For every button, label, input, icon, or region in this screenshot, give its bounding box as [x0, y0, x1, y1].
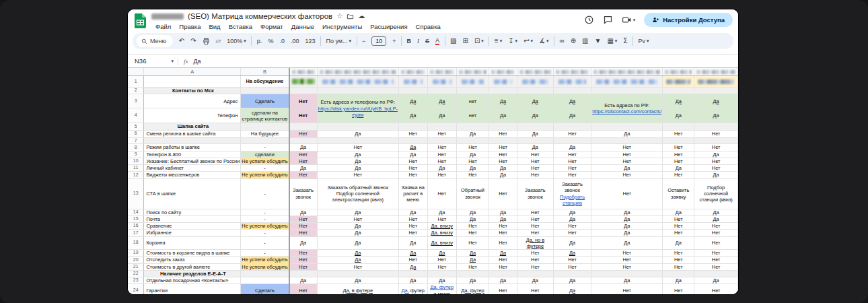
row-header-10[interactable]: 10	[128, 158, 144, 164]
cell[interactable]	[398, 123, 427, 130]
chevron-down-icon[interactable]: ▾	[546, 38, 549, 44]
cell[interactable]: Да	[694, 209, 738, 215]
cell[interactable]: Нет	[694, 165, 738, 172]
row-header-17[interactable]: 17	[128, 230, 144, 236]
cell[interactable]: Да, футер	[398, 284, 427, 294]
cell[interactable]: Нет	[489, 158, 517, 164]
cell[interactable]: Нет	[694, 158, 738, 164]
cell[interactable]: Нет	[553, 223, 591, 230]
cell[interactable]: Да	[694, 108, 738, 123]
cell[interactable]: Нет	[517, 223, 553, 230]
cell[interactable]: Да	[553, 144, 591, 151]
cell-link[interactable]: Подобрать станцию	[560, 194, 585, 206]
column-header-redacted[interactable]	[289, 68, 318, 76]
cell[interactable]: Да	[694, 172, 738, 178]
cell[interactable]: Нет	[553, 257, 591, 263]
cell[interactable]: Нет	[663, 284, 694, 294]
cell[interactable]: Нет	[489, 151, 517, 158]
cell[interactable]: Нет	[427, 144, 456, 151]
cell[interactable]	[591, 123, 663, 130]
cell[interactable]: нет	[457, 94, 489, 108]
cell[interactable]: Да	[694, 151, 738, 158]
doc-title[interactable]: (SEO) Матрица коммерческих факторов	[188, 12, 332, 20]
increase-decimals-button[interactable]: .00	[287, 34, 302, 48]
cell[interactable]: Нет	[591, 144, 663, 151]
print-button[interactable]	[199, 34, 213, 48]
more-button[interactable]: Pv▾	[635, 34, 652, 48]
cell[interactable]: Телефон	[144, 108, 241, 123]
cell[interactable]: Да	[457, 209, 489, 215]
cell[interactable]: Да	[427, 165, 456, 172]
cell[interactable]: Нет	[694, 144, 738, 151]
cell[interactable]: Нет	[489, 223, 517, 230]
cell[interactable]: Нет	[694, 250, 738, 257]
cell[interactable]	[317, 137, 398, 144]
increase-font-size-button[interactable]: +	[390, 34, 399, 48]
cell[interactable]: Отследить заказ	[144, 257, 241, 263]
cell[interactable]: Да	[398, 250, 427, 257]
cell[interactable]: Гарантии	[144, 284, 241, 294]
cell[interactable]: Нет	[427, 130, 456, 137]
cell[interactable]: На обсуждение	[241, 76, 289, 88]
cell[interactable]	[489, 88, 517, 94]
cell[interactable]: Да	[489, 108, 517, 123]
cell[interactable]: Нет	[517, 165, 553, 172]
cell[interactable]: Да	[553, 284, 591, 294]
cell[interactable]	[517, 88, 553, 94]
create-filter-button[interactable]: ▼	[591, 34, 604, 48]
cell[interactable]	[591, 88, 663, 94]
fill-color-button[interactable]: ▨	[447, 34, 460, 48]
cell[interactable]: -	[241, 209, 289, 215]
cell[interactable]: Нет	[457, 158, 489, 164]
cell[interactable]	[427, 88, 456, 94]
cell[interactable]: Да, внизу	[427, 230, 456, 236]
cell[interactable]: Нет	[591, 172, 663, 178]
cell[interactable]	[241, 137, 289, 144]
cell[interactable]: Нет	[289, 257, 318, 263]
cell[interactable]: Да	[398, 108, 427, 123]
cell[interactable]	[553, 123, 591, 130]
column-header-redacted[interactable]	[591, 68, 663, 76]
cell[interactable]: Да	[663, 108, 694, 123]
bold-button[interactable]: B	[404, 34, 414, 48]
cell[interactable]	[663, 137, 694, 144]
text-wrap-button[interactable]: ↩▾	[521, 34, 536, 48]
functions-button[interactable]: Σ	[620, 34, 630, 48]
cell[interactable]: Нет	[489, 144, 517, 151]
cell[interactable]: Нет	[427, 257, 456, 263]
row-header-7[interactable]: 7	[128, 137, 144, 144]
version-history-icon[interactable]	[584, 15, 594, 25]
cell[interactable]	[241, 270, 289, 277]
cell[interactable]: Да	[398, 209, 427, 215]
cell[interactable]: Нет	[489, 230, 517, 236]
cell[interactable]: -	[241, 230, 289, 236]
cell[interactable]: Да	[591, 230, 663, 236]
cell[interactable]: Да	[317, 250, 398, 257]
number-format-button[interactable]: 123	[302, 34, 318, 48]
cell[interactable]	[591, 270, 663, 277]
cell[interactable]: Нет	[517, 172, 553, 178]
cell[interactable]: Нет	[489, 130, 517, 137]
cell[interactable]: Да	[289, 144, 318, 151]
cell[interactable]	[144, 76, 241, 88]
cell-link[interactable]: https://disk.yandex.ru/i/UyKB_hpLP-eyaw	[318, 106, 398, 118]
strikethrough-button[interactable]: S	[423, 34, 433, 48]
cell[interactable]: Нет	[427, 172, 456, 178]
cell[interactable]	[517, 76, 553, 88]
cell[interactable]: Нет	[317, 215, 398, 222]
cell[interactable]	[694, 88, 738, 94]
cell[interactable]: Нет	[517, 158, 553, 164]
chevron-down-icon[interactable]: ▾	[531, 38, 534, 44]
font-size-input[interactable]: 10	[369, 34, 390, 48]
cell[interactable]: Нет	[517, 215, 553, 222]
cell[interactable]: Подбор солнечной станции (квиз)	[694, 178, 738, 209]
cell[interactable]: Заказать звонок	[289, 178, 318, 209]
cell[interactable]	[427, 137, 456, 144]
cell[interactable]: Сделать	[241, 94, 289, 108]
cell[interactable]: Да	[317, 130, 398, 137]
cell-link[interactable]: https://sibcontact.com/contacts/	[592, 108, 661, 114]
cell[interactable]: Нет	[289, 130, 318, 137]
undo-button[interactable]: ↶	[176, 34, 187, 48]
cell[interactable]: Да	[489, 165, 517, 172]
cell[interactable]: Нет	[663, 257, 694, 263]
